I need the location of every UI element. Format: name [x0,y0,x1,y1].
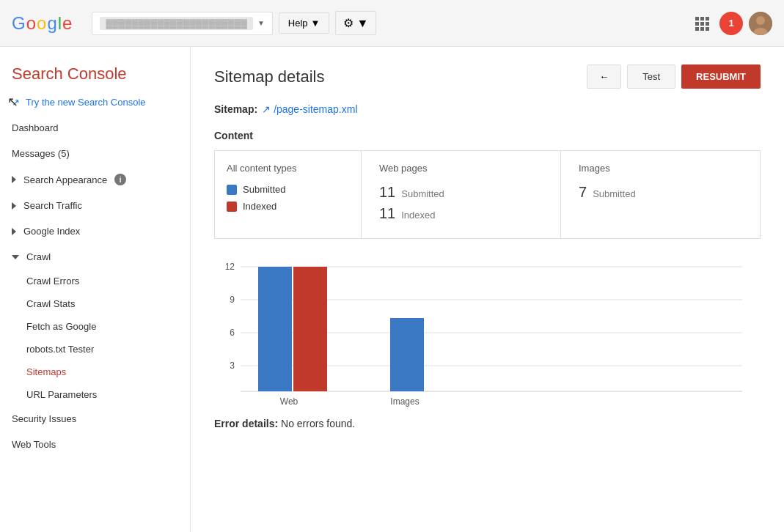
top-controls: ▓▓▓▓▓▓▓▓▓▓▓▓▓▓▓▓▓▓▓▓▓▓ ▼ Help ▼ ⚙ ▼ [80,11,388,35]
notification-count: 1 [728,18,733,29]
legend-indexed: Indexed [227,201,349,212]
svg-text:9: 9 [230,295,235,305]
logo-o-red: o [26,13,35,34]
web-submitted-row: 11 Submitted [379,184,543,201]
arrow-down-icon [12,255,19,259]
help-arrow: ▼ [311,18,320,29]
crawl-stats-label: Crawl Stats [26,298,75,309]
resubmit-button[interactable]: RESUBMIT [681,64,761,89]
gear-icon: ⚙ [343,16,353,30]
svg-rect-5 [706,22,709,26]
legend-submitted: Submitted [227,184,349,195]
logo-o-yellow: o [37,13,45,34]
url-parameters-label: URL Parameters [26,389,97,400]
crawl-errors-label: Crawl Errors [26,276,79,287]
external-link-icon: ↗ [12,97,20,108]
web-pages-label: Web pages [379,163,543,174]
topbar-icons: 1 [690,12,772,35]
sidebar-item-crawl-stats[interactable]: Crawl Stats [0,292,190,315]
sidebar-item-search-traffic[interactable]: Search Traffic [0,193,190,218]
svg-text:12: 12 [225,262,235,272]
chart-svg: 12 9 6 3 Web Images [214,256,757,418]
google-logo: G o o g l e [12,13,71,34]
legend-dot-indexed [227,202,237,212]
external-link-icon2: ↗ [262,103,271,115]
robots-txt-label: robots.txt Tester [26,344,94,355]
svg-rect-1 [700,17,704,21]
sidebar-item-crawl-errors[interactable]: Crawl Errors [0,270,190,292]
sitemap-label: Sitemap: [214,103,257,115]
all-content-types-label: All content types [227,163,349,174]
legend-dot-submitted [227,185,237,195]
images-label: Images [579,163,742,174]
svg-rect-8 [706,27,709,31]
crawl-label: Crawl [26,251,51,262]
bar-web-indexed [293,267,327,391]
error-details-label: Error details: [214,418,278,429]
arrow-right-icon2 [12,202,16,210]
sitemap-link[interactable]: ↗ /page-sitemap.xml [262,103,357,115]
error-details-value: No errors found. [281,418,355,429]
bar-images-submitted [390,318,424,391]
content-cards: All content types Submitted Indexed Web … [214,150,761,239]
sitemap-url: /page-sitemap.xml [274,103,357,115]
arrow-right-icon3 [12,228,16,235]
sidebar-item-url-parameters[interactable]: URL Parameters [0,383,190,406]
svg-text:3: 3 [230,361,235,371]
user-avatar[interactable] [749,12,772,35]
sidebar-title: Search Console [0,53,190,89]
chart-wrapper: 12 9 6 3 Web Images [214,256,761,418]
back-button[interactable]: ← [587,64,621,89]
sidebar-item-security-issues[interactable]: Security Issues [0,406,190,432]
sitemap-row: Sitemap: ↗ /page-sitemap.xml [214,103,761,115]
page-title: Sitemap details [214,67,324,86]
svg-text:6: 6 [230,328,235,338]
sidebar-item-google-index[interactable]: Google Index [0,218,190,244]
legend-indexed-label: Indexed [243,201,276,212]
sidebar-item-robots-txt[interactable]: robots.txt Tester [0,338,190,361]
svg-rect-3 [695,22,699,26]
apps-icon[interactable] [690,12,714,35]
domain-dropdown-arrow: ▼ [257,19,265,27]
svg-rect-6 [695,27,699,31]
web-indexed-row: 11 Indexed [379,205,543,222]
main-header: Sitemap details ← Test RESUBMIT [214,64,761,89]
logo-l-green: l [58,13,61,34]
sidebar-item-crawl[interactable]: Crawl [0,244,190,270]
svg-rect-4 [700,22,704,26]
card-web-pages: Web pages 11 Submitted 11 Indexed [362,151,561,238]
sidebar-item-sitemaps[interactable]: Sitemaps [0,361,190,383]
info-icon: i [114,174,126,185]
images-submitted-row: 7 Submitted [579,184,742,201]
web-submitted-count: 11 [379,184,395,201]
dashboard-label: Dashboard [12,122,59,133]
settings-arrow: ▼ [356,17,368,30]
fetch-as-google-label: Fetch as Google [26,321,96,332]
svg-text:Images: Images [390,396,419,407]
sidebar-item-search-appearance[interactable]: Search Appearance i [0,166,190,193]
header-actions: ← Test RESUBMIT [587,64,761,89]
google-index-label: Google Index [23,226,80,237]
main-content: Sitemap details ← Test RESUBMIT Sitemap:… [191,47,784,532]
sidebar-item-web-tools[interactable]: Web Tools [0,432,190,457]
settings-button[interactable]: ⚙ ▼ [335,11,376,35]
images-submitted-label: Submitted [593,188,636,199]
help-label: Help [288,18,308,29]
sidebar-item-fetch-as-google[interactable]: Fetch as Google [0,315,190,338]
domain-selector[interactable]: ▓▓▓▓▓▓▓▓▓▓▓▓▓▓▓▓▓▓▓▓▓▓ ▼ [92,12,272,35]
notification-button[interactable]: 1 [719,12,743,35]
web-indexed-label: Indexed [401,210,435,221]
help-button[interactable]: Help ▼ [279,12,330,34]
svg-text:Web: Web [280,396,298,407]
web-tools-label: Web Tools [12,439,56,450]
sidebar: ↖ Search Console ↗ Try the new Search Co… [0,47,191,532]
logo-g-blue2: g [47,13,56,34]
web-indexed-count: 11 [379,205,395,222]
sidebar-item-dashboard[interactable]: Dashboard [0,115,190,141]
test-button[interactable]: Test [627,64,675,89]
error-details: Error details: No errors found. [214,418,761,429]
legend-submitted-label: Submitted [243,184,286,195]
sidebar-item-try-new[interactable]: ↗ Try the new Search Console [0,89,190,115]
sidebar-item-messages[interactable]: Messages (5) [0,141,190,166]
topbar: G o o g l e ▓▓▓▓▓▓▓▓▓▓▓▓▓▓▓▓▓▓▓▓▓▓ ▼ Hel… [0,0,784,47]
